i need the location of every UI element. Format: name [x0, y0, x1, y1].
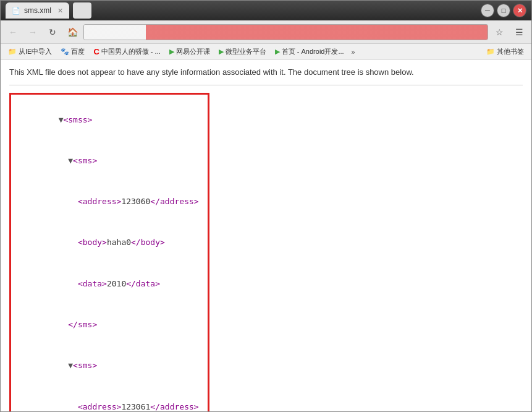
bookmarks-more-button[interactable]: »	[349, 47, 358, 57]
bookmark-zhongguo-icon: C	[93, 47, 99, 56]
bookmark-ie-label: 从IE中导入	[19, 47, 52, 56]
title-bar: 📄 sms.xml ✕ ─ □ ✕	[1, 1, 531, 20]
xml-sms2-open: ▼<sms>	[20, 345, 199, 386]
xml-smss-open: ▼<smss>	[20, 100, 199, 140]
bookmark-ie-icon: 📁	[8, 48, 17, 56]
bookmark-zhongguo[interactable]: C 中国男人的骄傲 - ...	[90, 46, 164, 58]
address-redacted-overlay	[84, 25, 488, 40]
maximize-button[interactable]: □	[497, 4, 510, 17]
bookmark-wangyi[interactable]: ▶ 网易公开课	[166, 46, 214, 58]
xml-sms1-data: <data>2010</data>	[20, 264, 199, 304]
tab-label: sms.xml	[24, 6, 51, 15]
content-divider	[9, 85, 523, 85]
home-button[interactable]: 🏠	[64, 24, 81, 41]
toolbar: ← → ↻ 🏠 ☆ ☰	[1, 20, 531, 44]
other-bookmarks-label: 其他书签	[497, 47, 524, 56]
bookmark-weixing[interactable]: ▶ 微型业务平台	[215, 46, 270, 58]
bookmark-baidu-label: 百度	[71, 47, 85, 56]
bookmark-wangyi-icon: ▶	[169, 48, 174, 56]
bookmark-shouye[interactable]: ▶ 首页 - Android开发...	[271, 46, 348, 58]
xml-sms1-close: </sms>	[20, 304, 199, 345]
bookmark-star-button[interactable]: ☆	[491, 24, 508, 41]
browser-tab[interactable]: 📄 sms.xml ✕	[6, 2, 69, 19]
bookmark-ie-import[interactable]: 📁 从IE中导入	[4, 46, 56, 58]
content-area: This XML file does not appear to have an…	[1, 60, 531, 411]
bookmarks-bar: 📁 从IE中导入 🐾 百度 C 中国男人的骄傲 - ... ▶ 网易公开课 ▶ …	[1, 44, 531, 60]
tab-spacer	[73, 2, 91, 19]
back-button[interactable]: ←	[4, 24, 22, 41]
bookmark-wangyi-label: 网易公开课	[176, 47, 210, 56]
xml-sms1-address: <address>123060</address>	[20, 181, 199, 222]
toolbar-right: ☆ ☰	[491, 24, 528, 41]
address-bar[interactable]	[83, 24, 488, 40]
tab-close-button[interactable]: ✕	[57, 7, 63, 15]
sms1-collapse[interactable]: ▼	[59, 156, 73, 165]
xml-sms1-open: ▼<sms>	[20, 140, 199, 181]
bookmark-weixing-label: 微型业务平台	[226, 47, 266, 56]
title-bar-left: 📄 sms.xml ✕	[6, 2, 481, 19]
bookmark-shouye-label: 首页 - Android开发...	[282, 47, 344, 56]
bookmark-zhongguo-label: 中国男人的骄傲 - ...	[101, 47, 161, 56]
xml-info-message: This XML file does not appear to have an…	[9, 66, 523, 79]
tab-file-icon: 📄	[12, 7, 20, 15]
browser-window: 📄 sms.xml ✕ ─ □ ✕ ← → ↻ 🏠	[0, 0, 532, 412]
sms2-collapse[interactable]: ▼	[59, 361, 73, 370]
bookmark-baidu[interactable]: 🐾 百度	[57, 46, 88, 58]
menu-button[interactable]: ☰	[510, 24, 528, 41]
other-bookmarks-icon: 📁	[486, 48, 495, 56]
xml-sms1-body: <body>haha0</body>	[20, 222, 199, 263]
bookmark-baidu-icon: 🐾	[61, 48, 69, 56]
bookmark-shouye-icon: ▶	[275, 48, 280, 56]
other-bookmarks-button[interactable]: 📁 其他书签	[483, 46, 528, 58]
bookmark-weixing-icon: ▶	[219, 48, 224, 56]
close-button[interactable]: ✕	[513, 4, 526, 17]
xml-sms2-address: <address>123061</address>	[20, 386, 199, 411]
minimize-button[interactable]: ─	[481, 4, 494, 17]
reload-button[interactable]: ↻	[44, 24, 61, 41]
xml-tree-container: ▼<smss> ▼<sms> <address>123060</address>…	[9, 93, 209, 412]
window-controls: ─ □ ✕	[481, 4, 526, 17]
forward-button[interactable]: →	[24, 24, 41, 41]
